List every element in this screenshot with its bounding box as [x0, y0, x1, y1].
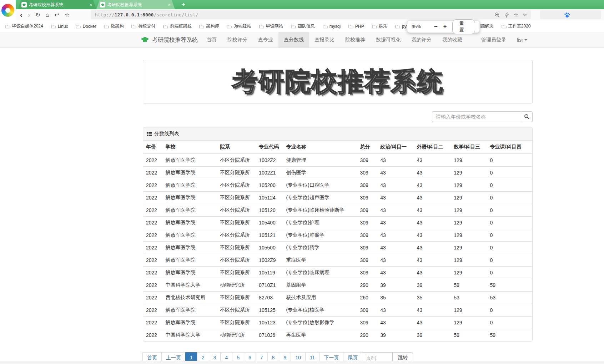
bookmark-item[interactable]: 毕设自媒体2024	[1, 23, 47, 29]
zoom-level-label: 95%	[412, 24, 431, 29]
cell-subject4: 0	[487, 204, 532, 217]
bookmark-item[interactable]: mysql	[319, 24, 344, 29]
nav-menu-item[interactable]: 我的收藏	[437, 32, 468, 48]
folder-icon	[372, 24, 377, 29]
chevron-down-icon[interactable]	[523, 14, 527, 16]
cell-dept: 不区分院系所	[217, 229, 256, 242]
nav-menu-item[interactable]: 我的评分	[406, 32, 437, 48]
browser-tab[interactable]: 考研院校推荐系统 ×	[96, 0, 175, 9]
bookmark-item[interactable]: 架构师	[195, 23, 223, 29]
cell-code: 105400	[256, 217, 283, 229]
bookmark-label: 毕设网站	[266, 23, 283, 29]
site-brand[interactable]: 考研院校推荐系统	[140, 32, 198, 48]
browser-tab[interactable]: 考研院校推荐系统 ×	[18, 0, 96, 9]
cell-dept: 动物研究所	[217, 329, 256, 342]
nav-menu-item[interactable]: 数据可视化	[371, 32, 406, 48]
bookmark-item[interactable]: 团队信息	[287, 23, 319, 29]
cell-code: 1002Z1	[256, 167, 283, 179]
cell-year: 2022	[143, 279, 163, 292]
cell-subject4: 0	[487, 254, 532, 267]
bookmark-label: PHP	[355, 24, 364, 29]
bookmark-item[interactable]: 毕设网站	[255, 23, 287, 29]
folder-icon	[199, 24, 204, 29]
nav-menu-item[interactable]: 首页	[201, 32, 222, 48]
bookmark-label: 团队信息	[298, 23, 315, 29]
bookmark-item[interactable]: Java建站	[223, 23, 255, 29]
nav-menu-item[interactable]: 院校推荐	[340, 32, 371, 48]
cell-subject3: 59	[451, 279, 487, 292]
reload-icon[interactable]: ↻	[35, 11, 40, 18]
cell-dept: 不区分院系所	[217, 304, 256, 317]
username-label: lisi	[517, 37, 523, 43]
zoom-reset-button[interactable]: 重置	[452, 19, 475, 34]
cell-subject1: 43	[377, 304, 414, 317]
folder-icon	[227, 24, 232, 29]
cell-code: 105121	[256, 229, 283, 242]
cell-school: 解放军医学院	[163, 267, 217, 279]
nav-menu-item[interactable]: 院校评分	[222, 32, 253, 48]
cell-subject3: 129	[451, 242, 487, 254]
folder-icon	[395, 24, 400, 29]
cell-year: 2022	[143, 317, 163, 329]
forward-icon[interactable]: ›	[28, 11, 30, 19]
bookmark-item[interactable]: PHP	[344, 24, 368, 29]
tab-title: 考研院校推荐系统	[107, 2, 165, 8]
search-input[interactable]	[432, 111, 521, 122]
page-content: 考研院校推荐系统 分数线列表	[0, 48, 604, 364]
cell-subject1: 39	[377, 329, 414, 342]
cell-total: 309	[357, 267, 377, 279]
baidu-paw-icon[interactable]	[564, 12, 570, 18]
favorite-star-icon[interactable]: ☆	[514, 12, 518, 18]
browser-logo	[0, 0, 16, 20]
new-tab-button[interactable]: +	[178, 0, 189, 9]
zoom-out-button[interactable]: −	[431, 23, 441, 30]
cell-school: 解放军医学院	[163, 229, 217, 242]
cell-total: 309	[357, 217, 377, 229]
table-row: 2022 西北核技术研究所 不区分院系所 82703 核技术及应用 260 35…	[143, 292, 532, 304]
nav-menu-item[interactable]: 查报录比	[309, 32, 340, 48]
nav-menu-item[interactable]: 查专业	[253, 32, 278, 48]
cell-dept: 不区分院系所	[217, 254, 256, 267]
undo-icon[interactable]: ↩	[54, 11, 59, 18]
bookmark-item[interactable]: 前端框架栈	[159, 23, 195, 29]
cell-code: 1002Z9	[256, 254, 283, 267]
cell-total: 309	[357, 167, 377, 179]
cell-subject4: 59	[487, 279, 532, 292]
bookmark-item[interactable]: 工作室2020	[498, 23, 535, 29]
bookmark-star-icon[interactable]: ☆	[65, 11, 70, 18]
table-row: 2022 解放军医学院 不区分院系所 1002Z2 健康管理 309 43 43…	[143, 154, 532, 167]
cell-year: 2022	[143, 217, 163, 229]
home-icon[interactable]: ⌂	[46, 12, 49, 18]
bookmark-item[interactable]: 持续交付	[127, 23, 159, 29]
cell-subject3: 129	[451, 229, 487, 242]
bookmark-item[interactable]: Docker	[72, 24, 100, 29]
table-row: 2022 解放军医学院 不区分院系所 1002Z9 重症医学 309 43 43…	[143, 254, 532, 267]
table-row: 2022 解放军医学院 不区分院系所 105400 (专业学位)护理 309 4…	[143, 217, 532, 229]
folder-icon	[5, 24, 10, 29]
bookmark-item[interactable]: Linux	[47, 24, 72, 29]
bookmark-label: 前端框架栈	[170, 23, 191, 29]
tab-close-icon[interactable]: ×	[89, 2, 93, 7]
lightning-icon[interactable]	[505, 12, 509, 18]
tab-close-icon[interactable]: ×	[167, 2, 171, 7]
bookmark-item[interactable]: 娱乐	[368, 23, 391, 29]
address-bar[interactable]: http://127.0.0.1:8000/scoreline/list/ ☆	[91, 10, 531, 19]
bookmark-item[interactable]: 微架构	[100, 23, 127, 29]
zoom-out-icon[interactable]	[494, 12, 500, 18]
cell-year: 2022	[143, 179, 163, 192]
cell-subject4: 0	[487, 317, 532, 329]
user-dropdown[interactable]: lisi	[512, 32, 533, 48]
zoom-in-button[interactable]: +	[441, 23, 450, 30]
cell-subject4: 59	[487, 329, 532, 342]
cell-school: 中国科学院大学	[163, 329, 217, 342]
nav-menu-item[interactable]: 查分数线	[278, 32, 309, 48]
search-button[interactable]	[521, 111, 533, 122]
cell-major: (专业学位)口腔医学	[283, 179, 357, 192]
back-icon[interactable]: ‹	[20, 11, 22, 19]
cell-dept: 不区分院系所	[217, 267, 256, 279]
cell-code: 105119	[256, 267, 283, 279]
browser-tab-bar: 考研院校推荐系统 × 考研院校推荐系统 × +	[0, 0, 604, 9]
admin-login-link[interactable]: 管理员登录	[476, 32, 512, 48]
cell-dept: 不区分院系所	[217, 179, 256, 192]
cell-total: 309	[357, 254, 377, 267]
